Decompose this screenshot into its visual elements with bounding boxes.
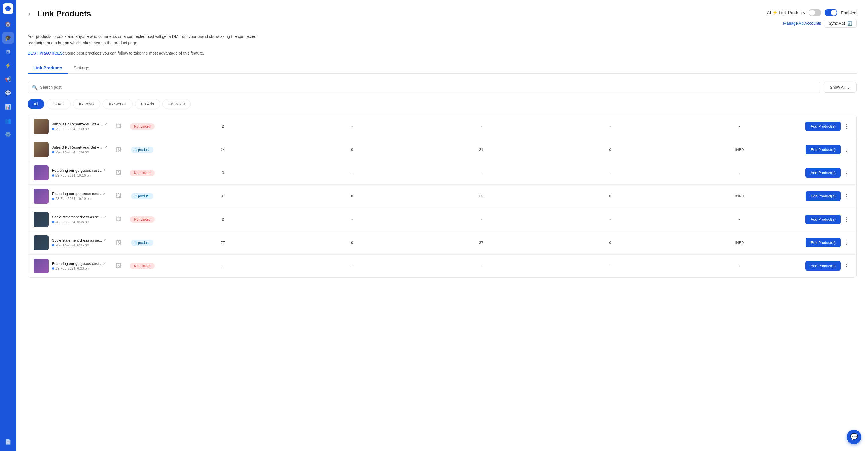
post-name: Jules 3 Pc Resortwear Set ● ... ↗ xyxy=(52,145,110,149)
more-options-button[interactable]: ⋮ xyxy=(843,122,850,131)
clock-dot xyxy=(52,244,54,247)
sidebar-item-users[interactable]: 👥 xyxy=(2,115,14,126)
stat-col-3: - xyxy=(418,171,544,175)
external-link-icon[interactable]: ↗ xyxy=(103,215,106,219)
status-badge: Not Linked xyxy=(130,123,154,130)
status-col: Not Linked xyxy=(128,216,157,223)
sidebar-item-megaphone[interactable]: 📢 xyxy=(2,73,14,85)
tab-link-products[interactable]: Link Products xyxy=(28,62,68,73)
stat-col-revenue: - xyxy=(676,124,802,128)
sidebar-item-home[interactable]: 🏠 xyxy=(2,19,14,30)
more-options-button[interactable]: ⋮ xyxy=(843,192,850,200)
image-icon: 🖼 xyxy=(116,169,122,176)
edit-product-button[interactable]: Edit Product(s) xyxy=(806,238,841,247)
header-right: AI ⚡ Link Products Enabled Manage Ad Acc… xyxy=(767,9,857,28)
title-row: ← Link Products xyxy=(28,9,91,19)
table-row: Jules 3 Pc Resortwear Set ● ... ↗ 29-Feb… xyxy=(28,115,856,138)
external-link-icon[interactable]: ↗ xyxy=(103,168,106,172)
more-options-button[interactable]: ⋮ xyxy=(843,238,850,247)
sidebar-item-graduation[interactable]: 🎓 xyxy=(2,32,14,44)
enabled-toggle[interactable] xyxy=(825,9,837,16)
action-col: Add Product(s) ⋮ xyxy=(805,168,850,178)
sidebar-item-settings[interactable]: ⚙️ xyxy=(2,129,14,140)
cat-tab-ig-posts[interactable]: IG Posts xyxy=(73,99,101,109)
post-date: 28-Feb-2024, 10:10 pm xyxy=(52,197,110,201)
stat-col-4: 0 xyxy=(548,240,673,245)
table-row: Featuring our gorgeous cust... ↗ 28-Feb-… xyxy=(28,161,856,185)
post-type-icon: 🖼 xyxy=(113,263,124,269)
chat-bubble[interactable]: 💬 xyxy=(847,430,861,444)
back-button[interactable]: ← xyxy=(28,10,34,18)
stat-col-3: - xyxy=(418,264,544,268)
stat-col-4: - xyxy=(547,124,673,128)
stat-col-revenue: - xyxy=(676,217,802,222)
stat-col-1: 0 xyxy=(160,171,286,175)
add-product-button[interactable]: Add Product(s) xyxy=(805,168,841,178)
best-practices-suffix: : Some best practices you can follow to … xyxy=(63,51,204,56)
stat-col-2: 0 xyxy=(289,148,415,152)
external-link-icon[interactable]: ↗ xyxy=(103,238,106,242)
add-product-button[interactable]: Add Product(s) xyxy=(805,261,841,270)
cat-tab-all[interactable]: All xyxy=(28,99,44,109)
sidebar-item-chat[interactable]: 💬 xyxy=(2,87,14,99)
posts-table: Jules 3 Pc Resortwear Set ● ... ↗ 29-Feb… xyxy=(28,115,857,278)
post-type-icon: 🖼 xyxy=(113,216,124,223)
post-thumbnail xyxy=(34,165,49,181)
stat-col-2: 0 xyxy=(289,240,415,245)
main-content: ← Link Products AI ⚡ Link Products Enabl… xyxy=(16,0,868,451)
cat-tab-fb-ads[interactable]: FB Ads xyxy=(135,99,160,109)
add-product-button[interactable]: Add Product(s) xyxy=(805,215,841,224)
status-col: Not Linked xyxy=(128,263,157,269)
sidebar-item-lightning[interactable]: ⚡ xyxy=(2,60,14,71)
show-all-button[interactable]: Show All ⌄ xyxy=(824,82,857,93)
cat-tab-fb-posts[interactable]: FB Posts xyxy=(162,99,191,109)
cat-tab-ig-stories[interactable]: IG Stories xyxy=(103,99,132,109)
ai-label: AI ⚡ Link Products xyxy=(767,10,805,15)
edit-product-button[interactable]: Edit Product(s) xyxy=(806,191,841,201)
main-tabs: Link Products Settings xyxy=(28,62,857,73)
status-col: 1 product xyxy=(128,147,157,153)
external-link-icon[interactable]: ↗ xyxy=(103,192,106,196)
more-options-button[interactable]: ⋮ xyxy=(843,262,850,270)
manage-ad-accounts-link[interactable]: Manage Ad Accounts xyxy=(783,21,821,26)
description-text: Add products to posts and anyone who com… xyxy=(28,33,257,46)
external-link-icon[interactable]: ↗ xyxy=(104,145,107,149)
stat-col-2: - xyxy=(289,264,415,268)
sync-ads-button[interactable]: Sync Ads 🔄 xyxy=(825,19,857,28)
cat-tab-ig-ads[interactable]: IG Ads xyxy=(46,99,71,109)
post-date: 28-Feb-2024, 6:05 pm xyxy=(52,243,110,247)
external-link-icon[interactable]: ↗ xyxy=(103,261,106,265)
stat-col-1: 2 xyxy=(160,124,286,128)
action-col: Add Product(s) ⋮ xyxy=(805,122,850,131)
status-badge: Not Linked xyxy=(130,170,154,176)
search-box: 🔍 xyxy=(28,82,820,93)
stat-col-revenue: - xyxy=(676,264,802,268)
best-practices-link[interactable]: BEST PRACTICES xyxy=(28,51,63,56)
post-date: 28-Feb-2024, 6:05 pm xyxy=(52,220,110,224)
post-info: Scole statement dress as se... ↗ 28-Feb-… xyxy=(52,238,110,247)
action-col: Edit Product(s) ⋮ xyxy=(806,238,850,247)
sidebar-item-chart[interactable]: 📊 xyxy=(2,101,14,112)
sidebar: 🏠 🎓 ⊞ ⚡ 📢 💬 📊 👥 ⚙️ 📄 xyxy=(0,0,16,451)
edit-product-button[interactable]: Edit Product(s) xyxy=(806,145,841,154)
page-header: ← Link Products AI ⚡ Link Products Enabl… xyxy=(28,9,857,28)
post-thumbnail xyxy=(34,119,49,134)
sidebar-item-document[interactable]: 📄 xyxy=(2,436,14,448)
action-col: Add Product(s) ⋮ xyxy=(805,261,850,270)
stat-col-3: - xyxy=(418,124,544,128)
search-input[interactable] xyxy=(40,85,816,90)
stat-col-1: 1 xyxy=(160,264,286,268)
status-badge: Not Linked xyxy=(130,216,154,223)
post-info: Featuring our gorgeous cust... ↗ 28-Feb-… xyxy=(52,168,110,178)
stat-col-revenue: INR0 xyxy=(677,240,802,245)
more-options-button[interactable]: ⋮ xyxy=(843,215,850,224)
more-options-button[interactable]: ⋮ xyxy=(843,169,850,177)
more-options-button[interactable]: ⋮ xyxy=(843,146,850,154)
external-link-icon[interactable]: ↗ xyxy=(104,122,107,126)
stat-col-3: - xyxy=(418,217,544,222)
sidebar-item-grid[interactable]: ⊞ xyxy=(2,46,14,58)
add-product-button[interactable]: Add Product(s) xyxy=(805,122,841,131)
ai-toggle[interactable] xyxy=(808,9,821,16)
sidebar-logo[interactable] xyxy=(3,3,13,14)
tab-settings[interactable]: Settings xyxy=(68,62,95,73)
